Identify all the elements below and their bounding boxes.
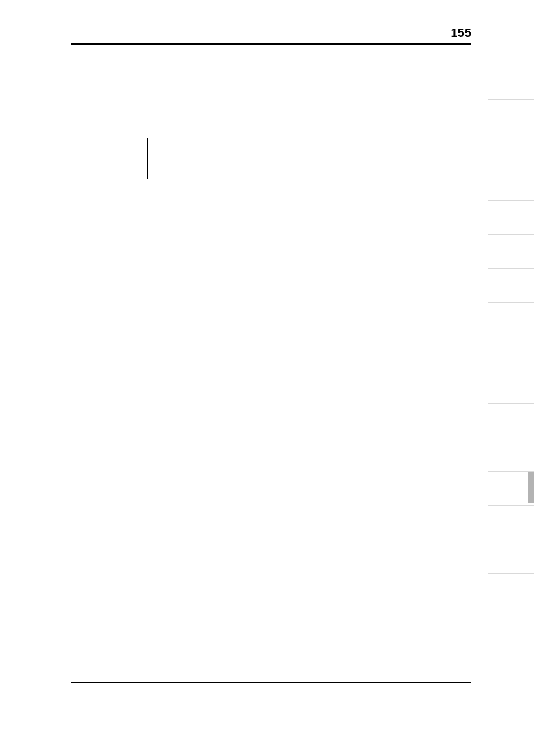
side-tab[interactable] [488, 472, 534, 506]
side-tab[interactable] [488, 336, 534, 370]
side-tab[interactable] [488, 201, 534, 235]
active-tab-marker [528, 472, 534, 503]
side-tab[interactable] [488, 438, 534, 472]
document-page: { "page": { "number": "155" }, "side_tab… [0, 0, 534, 756]
side-tab[interactable] [488, 303, 534, 337]
side-tab[interactable] [488, 133, 534, 167]
side-tab[interactable] [488, 404, 534, 438]
content-box [147, 138, 470, 179]
side-tab[interactable] [488, 100, 534, 134]
side-tab[interactable] [488, 607, 534, 641]
footer-rule [71, 682, 471, 683]
side-tab[interactable] [488, 167, 534, 201]
side-tab[interactable] [488, 65, 534, 100]
side-tab[interactable] [488, 539, 534, 574]
side-tab[interactable] [488, 641, 534, 675]
header-rule [71, 43, 471, 45]
side-tab[interactable] [488, 370, 534, 405]
side-tab[interactable] [488, 269, 534, 303]
side-tab[interactable] [488, 574, 534, 608]
page-number: 155 [451, 26, 471, 40]
side-tab[interactable] [488, 506, 534, 540]
side-tab-strip [488, 65, 534, 675]
side-tab[interactable] [488, 235, 534, 269]
